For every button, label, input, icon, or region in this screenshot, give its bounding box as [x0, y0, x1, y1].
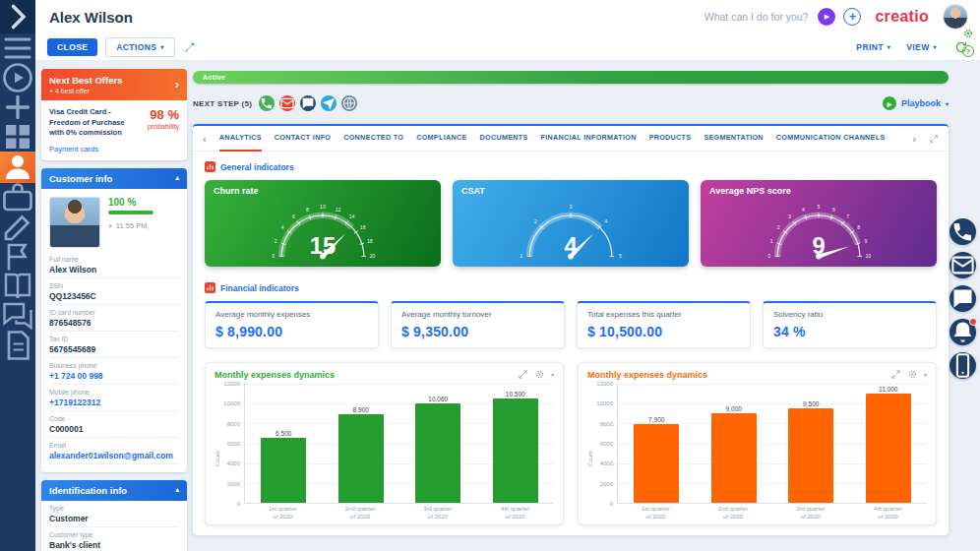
rail-mobile-button[interactable]: [949, 352, 976, 379]
gear-icon[interactable]: [907, 369, 918, 380]
x-label-line2: of 2020: [244, 514, 322, 521]
svg-text:9: 9: [864, 238, 867, 244]
tab-compliance[interactable]: COMPLIANCE: [416, 126, 466, 152]
sidebar-item-contacts[interactable]: [0, 152, 35, 183]
close-button[interactable]: CLOSE: [47, 38, 97, 56]
gear-icon[interactable]: [534, 369, 545, 380]
customer-meta: 100 % ◗ 11:55 PM,: [108, 197, 153, 248]
settings-gear-icon[interactable]: [962, 28, 974, 39]
sidebar-item-workplaces[interactable]: [0, 122, 35, 152]
bar: [866, 394, 911, 503]
sidebar-item-compose[interactable]: [0, 213, 35, 242]
quick-add-button[interactable]: +: [843, 8, 861, 26]
sidebar-item-menu[interactable]: [0, 33, 35, 63]
y-tick-label: 4000: [600, 460, 613, 466]
channel-web-button[interactable]: [341, 95, 357, 111]
identification-info-header[interactable]: Identification info ▴: [41, 480, 187, 501]
offer-probability-label: probability: [134, 123, 179, 130]
plot-column: 7,9009,0009,50011,0001st quarterof 20202…: [617, 384, 927, 519]
chevron-down-icon[interactable]: ▾: [924, 371, 927, 378]
actions-button[interactable]: ACTIONS ▾: [105, 37, 174, 57]
chat-icon: [949, 285, 976, 312]
next-best-offers-card: Next Best Offers + 4 best offer › Visa C…: [41, 69, 187, 160]
print-label: PRINT: [856, 42, 884, 52]
svg-text:9: 9: [812, 232, 825, 259]
general-indicators-section: General indicators: [205, 161, 937, 172]
run-process-button[interactable]: ▶: [818, 8, 835, 26]
customer-info-card: Customer info ▴ 100 % ◗ 11:55 PM, Full n…: [41, 168, 187, 472]
mail-icon: [279, 95, 295, 111]
expand-icon[interactable]: [890, 369, 901, 380]
chevron-right-icon: [0, 0, 35, 34]
sidebar-item-cases[interactable]: [0, 183, 35, 213]
bar-slot: 9,000: [696, 384, 773, 503]
phone-icon: [259, 95, 275, 111]
rail-email-button[interactable]: [949, 252, 976, 278]
chevron-right-icon[interactable]: ›: [175, 79, 179, 91]
tab-documents[interactable]: DOCUMENTS: [480, 126, 528, 152]
channel-whatsapp-button[interactable]: [259, 95, 275, 111]
payment-cards-link[interactable]: Payment cards: [49, 145, 128, 153]
collapse-icon[interactable]: ▴: [175, 486, 179, 494]
channel-email-button[interactable]: [279, 95, 295, 111]
tab-financial-information[interactable]: FINANCIAL INFORMATION: [541, 126, 637, 152]
customer-info-header[interactable]: Customer info ▴: [41, 168, 187, 189]
sidebar-item-chats[interactable]: [0, 301, 35, 331]
app-sidebar: [0, 0, 35, 551]
sidebar-item-goals[interactable]: [0, 242, 35, 272]
sidebar-item-add[interactable]: [0, 92, 35, 122]
y-axis-labels: 020004000600080001000012000: [593, 384, 617, 504]
rail-notifications-button[interactable]: [949, 319, 976, 345]
sidebar-item-documents[interactable]: [0, 331, 35, 360]
field-label: ID card number: [49, 309, 179, 316]
svg-text:2: 2: [534, 218, 537, 224]
channel-messenger-button[interactable]: [300, 95, 316, 111]
help-icon[interactable]: ?: [962, 45, 974, 57]
expand-icon[interactable]: [518, 369, 528, 380]
rail-calls-button[interactable]: [949, 218, 976, 245]
global-search-input[interactable]: [662, 10, 810, 24]
field-value: C000001: [49, 424, 179, 434]
tab-segmentation[interactable]: SEGMENTATION: [704, 126, 763, 152]
actions-label: ACTIONS: [116, 42, 156, 52]
view-button[interactable]: VIEW ▾: [902, 38, 941, 56]
gauge-title: Churn rate: [214, 186, 432, 196]
sidebar-item-collapse[interactable]: [0, 0, 35, 33]
sidebar-item-knowledge[interactable]: [0, 272, 35, 301]
notification-badge: [969, 318, 977, 326]
svg-text:3: 3: [570, 204, 573, 210]
field-value[interactable]: +1 724 00 998: [49, 371, 179, 381]
plot-area: 7,9009,0009,50011,000: [617, 384, 927, 504]
channel-telegram-button[interactable]: [321, 95, 337, 111]
field-value[interactable]: +1719122312: [49, 398, 179, 407]
designer-icon[interactable]: [183, 40, 197, 54]
y-tick-label: 10000: [223, 400, 240, 406]
x-label-line1: 1st quarter: [244, 506, 322, 514]
expand-icon[interactable]: [929, 134, 939, 144]
chevron-down-icon[interactable]: ▾: [551, 371, 554, 378]
rail-chat-button[interactable]: [949, 285, 976, 312]
svg-text:0: 0: [767, 254, 770, 260]
tab-communication-channels[interactable]: COMMUNICATION CHANNELS: [776, 126, 886, 152]
bar-value-label: 10,500: [506, 391, 525, 398]
tabs-scroll-left-icon[interactable]: ‹: [203, 133, 207, 145]
stage-bar[interactable]: Active: [193, 71, 949, 84]
tabs-scroll-right-icon[interactable]: ›: [912, 133, 916, 145]
playbook-button[interactable]: ▶ Playbook ▾: [883, 96, 949, 110]
offers-header[interactable]: Next Best Offers + 4 best offer ›: [41, 69, 187, 100]
gauge-title: CSAT: [461, 186, 680, 196]
sidebar-item-process[interactable]: [0, 63, 35, 92]
svg-text:10: 10: [320, 204, 326, 210]
tab-contact-info[interactable]: CONTACT INFO: [275, 126, 331, 152]
chart-body: Count0200040006000800010000120006,5008,9…: [214, 384, 554, 519]
tab-analytics[interactable]: ANALYTICS: [219, 126, 262, 152]
tab-products[interactable]: PRODUCTS: [649, 126, 692, 152]
collapse-icon[interactable]: ▴: [175, 174, 179, 182]
financial-indicators-section: Financial indicators: [205, 282, 937, 293]
tab-connected-to[interactable]: CONNECTED TO: [343, 126, 403, 152]
offers-header-text: Next Best Offers + 4 best offer: [49, 75, 122, 94]
chart-body: Count0200040006000800010000120007,9009,0…: [587, 384, 927, 519]
print-button[interactable]: PRINT ▾: [852, 38, 894, 56]
user-avatar[interactable]: [943, 4, 968, 30]
field-value[interactable]: alexander01wilson@gmail.com: [49, 451, 179, 460]
